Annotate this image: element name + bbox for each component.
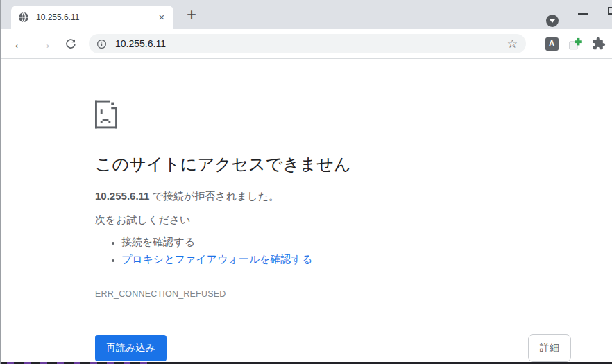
error-message-rest: で接続が拒否されました。 [149, 190, 279, 202]
browser-window: 10.255.6.11 × + ← → 10.255.6.1 [0, 0, 612, 364]
reload-page-button[interactable]: 再読み込み [95, 335, 167, 361]
reload-button[interactable] [61, 34, 80, 53]
forward-button[interactable]: → [35, 34, 55, 53]
extensions-menu-button[interactable] [591, 36, 606, 51]
tab-strip: 10.255.6.11 × + [1, 0, 612, 29]
globe-favicon-icon [18, 12, 29, 23]
button-row: 再読み込み 詳細 [95, 334, 571, 362]
details-button[interactable]: 詳細 [528, 334, 571, 362]
extension-add-page-button[interactable] [568, 36, 583, 51]
puzzle-icon [592, 37, 606, 51]
bookmark-star-icon[interactable]: ☆ [504, 37, 520, 51]
chevron-down-icon [550, 19, 555, 23]
tab-search-button[interactable] [546, 15, 559, 27]
suggestion-item: プロキシとファイアウォールを確認する [121, 250, 571, 268]
address-bar[interactable]: 10.255.6.11 ☆ [89, 34, 526, 53]
reload-icon [65, 37, 77, 50]
extension-a-badge: A [545, 37, 559, 51]
suggestion-item: 接続を確認する [121, 233, 571, 250]
page-plus-icon [568, 37, 583, 51]
back-button[interactable]: ← [10, 34, 29, 53]
error-host: 10.255.6.11 [95, 190, 149, 202]
toolbar: ← → 10.255.6.11 ☆ A [1, 29, 612, 59]
maximize-button[interactable] [608, 7, 612, 15]
active-tab[interactable]: 10.255.6.11 × [11, 6, 173, 29]
suggestion-list: 接続を確認する プロキシとファイアウォールを確認する [95, 233, 571, 268]
proxy-firewall-link[interactable]: プロキシとファイアウォールを確認する [121, 253, 312, 265]
page-content: このサイトにアクセスできません 10.255.6.11 で接続が拒否されました。… [1, 59, 612, 362]
page-info-icon[interactable] [96, 39, 107, 49]
minimize-button[interactable] [578, 13, 588, 15]
error-container: このサイトにアクセスできません 10.255.6.11 で接続が拒否されました。… [95, 100, 571, 362]
error-code: ERR_CONNECTION_REFUSED [95, 289, 571, 299]
error-title: このサイトにアクセスできません [95, 153, 571, 175]
suggestion-header: 次をお試しください [95, 214, 571, 227]
new-tab-button[interactable]: + [182, 5, 201, 24]
tab-title: 10.255.6.11 [36, 12, 155, 22]
tab-close-icon[interactable]: × [155, 11, 168, 24]
suggestion-text: 接続を確認する [121, 236, 195, 248]
extension-a-button[interactable]: A [544, 36, 559, 51]
sad-file-icon [95, 100, 117, 129]
url-text[interactable]: 10.255.6.11 [115, 38, 504, 49]
error-message: 10.255.6.11 で接続が拒否されました。 [95, 190, 571, 203]
